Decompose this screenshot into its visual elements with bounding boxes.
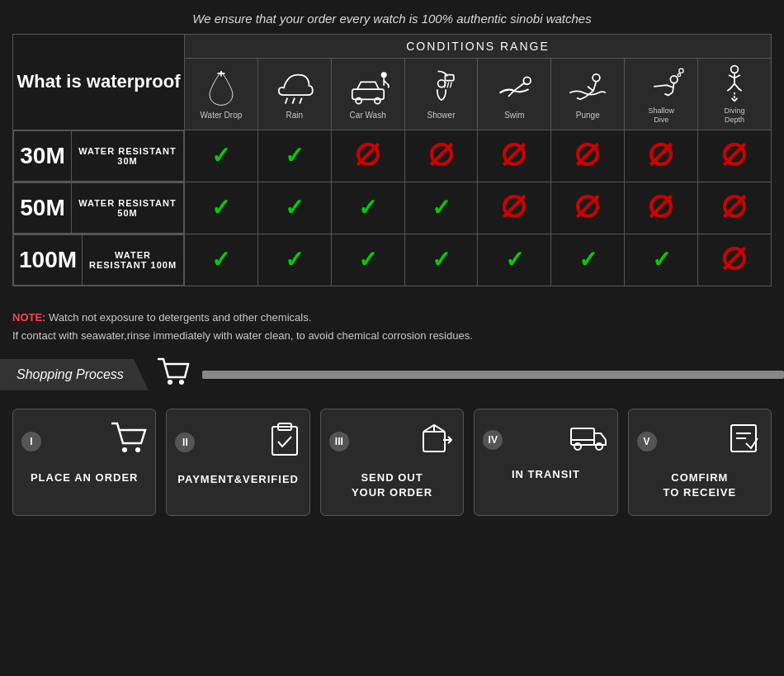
row-100m: 100M WATER RESISTANT 100M ✓ ✓ ✓ ✓ ✓ ✓ ✓ [13, 234, 772, 286]
check-icon: ✓ [505, 247, 524, 272]
30m-water-drop: ✓ [184, 130, 257, 182]
step-5-label: COMFIRMTO RECEIVE [664, 470, 737, 500]
svg-point-19 [678, 73, 680, 76]
col-shallow-dive: ShallowDive [625, 59, 698, 130]
50m-diving-depth [698, 182, 772, 234]
100m-car-wash: ✓ [331, 234, 404, 286]
waterproof-title: What is waterproof [17, 71, 180, 92]
30m-rain: ✓ [257, 130, 331, 182]
desc-50m: WATER RESISTANT 50M [72, 182, 184, 233]
col-car-wash: Car Wash [331, 59, 404, 130]
car-wash-label: Car Wash [350, 111, 386, 120]
100m-plunge: ✓ [551, 234, 625, 286]
desc-100m: WATER RESISTANT 100M [83, 234, 184, 285]
step-send-out: III SEND OUTYOUR ORDER [320, 409, 464, 516]
shower-icon [418, 68, 465, 107]
waterproof-section: What is waterproof CONDITIONS RANGE [0, 34, 784, 299]
water-drop-label: Water Drop [201, 111, 243, 120]
svg-point-18 [671, 76, 678, 83]
100m-swim: ✓ [478, 234, 551, 286]
30m-car-wash [331, 130, 404, 182]
note-text2: If contact with seawater,rinse immediate… [12, 327, 772, 345]
svg-point-26 [135, 447, 140, 452]
col-rain: Rain [257, 59, 331, 130]
50m-plunge [551, 182, 625, 234]
step-1-num: I [21, 432, 41, 451]
100m-diving-depth [698, 234, 772, 286]
edit-check-step-icon [662, 422, 763, 462]
no-icon [576, 195, 599, 218]
row-30m: 30M WATER RESISTANT 30M ✓ ✓ [13, 130, 772, 182]
30m-swim [478, 130, 551, 182]
50m-swim [478, 182, 551, 234]
step-4-label: IN TRANSIT [512, 467, 580, 482]
step-2-label: PAYMENT&VERIFIED [177, 472, 299, 487]
check-icon: ✓ [285, 195, 304, 220]
col-swim: Swim [478, 59, 551, 130]
30m-shallow-dive [625, 130, 698, 182]
cart-icon-large [157, 357, 190, 392]
col-plunge: Punge [551, 59, 625, 130]
50m-shallow-dive [625, 182, 698, 234]
svg-point-21 [731, 66, 739, 73]
step-4-num: IV [483, 430, 503, 450]
shower-label: Shower [427, 111, 456, 120]
no-icon [430, 143, 453, 166]
svg-point-15 [437, 80, 445, 87]
check-icon: ✓ [211, 247, 230, 272]
no-icon [503, 195, 526, 218]
svg-point-17 [593, 74, 600, 82]
no-icon [576, 143, 599, 166]
swim-label: Swim [504, 111, 524, 120]
svg-rect-32 [571, 428, 594, 445]
100m-rain: ✓ [257, 234, 331, 286]
swim-icon [490, 68, 538, 107]
tagline-text: We ensure that your order every watch is… [192, 12, 591, 26]
svg-point-24 [179, 380, 184, 385]
check-icon: ✓ [358, 195, 377, 220]
shallow-dive-label: ShallowDive [648, 106, 674, 125]
step-3-label: SEND OUTYOUR ORDER [352, 470, 432, 500]
step-confirm: V COMFIRMTO RECEIVE [628, 409, 772, 516]
check-icon: ✓ [579, 247, 597, 272]
conditions-range-text: CONDITIONS RANGE [406, 40, 550, 53]
check-icon: ✓ [652, 247, 671, 272]
no-icon [357, 143, 380, 166]
30m-diving-depth [698, 130, 772, 182]
shopping-process-label: Shopping Process [17, 367, 124, 381]
desc-30m: WATER RESISTANT 30M [72, 130, 184, 181]
note-section: NOTE: Watch not exposure to detergents a… [0, 299, 784, 357]
no-icon [503, 143, 526, 166]
no-icon [723, 195, 746, 218]
check-icon: ✓ [358, 247, 377, 272]
50m-rain: ✓ [257, 182, 331, 234]
svg-point-8 [380, 73, 386, 78]
no-icon [723, 143, 746, 166]
rain-icon [271, 68, 319, 107]
cart-step-icon [46, 422, 147, 462]
truck-step-icon [508, 422, 608, 459]
depth-30m: 30M [14, 130, 72, 181]
no-icon [649, 195, 673, 218]
100m-shower: ✓ [404, 234, 478, 286]
svg-line-2 [285, 98, 287, 104]
30m-plunge [551, 130, 625, 182]
box-arrow-step-icon [354, 422, 455, 462]
step-2-num: II [175, 433, 195, 452]
diving-depth-label: DivingDepth [725, 106, 745, 125]
waterproof-table: What is waterproof CONDITIONS RANGE [12, 34, 772, 286]
step-3-num: III [329, 432, 349, 451]
50m-shower: ✓ [404, 182, 478, 234]
shopping-process-header: Shopping Process [0, 357, 784, 392]
50m-water-drop: ✓ [184, 182, 257, 234]
note-text1: Watch not exposure to detergents and oth… [49, 311, 311, 324]
30m-shower [404, 130, 478, 182]
svg-point-20 [679, 69, 683, 73]
shopping-process-tab: Shopping Process [0, 359, 149, 390]
step-place-order: I PLACE AN ORDER [12, 409, 156, 516]
check-icon: ✓ [432, 247, 451, 272]
svg-point-23 [168, 380, 172, 385]
water-drop-icon [197, 68, 245, 107]
table-title-cell: What is waterproof [13, 35, 185, 130]
note-label: NOTE: [12, 311, 45, 324]
